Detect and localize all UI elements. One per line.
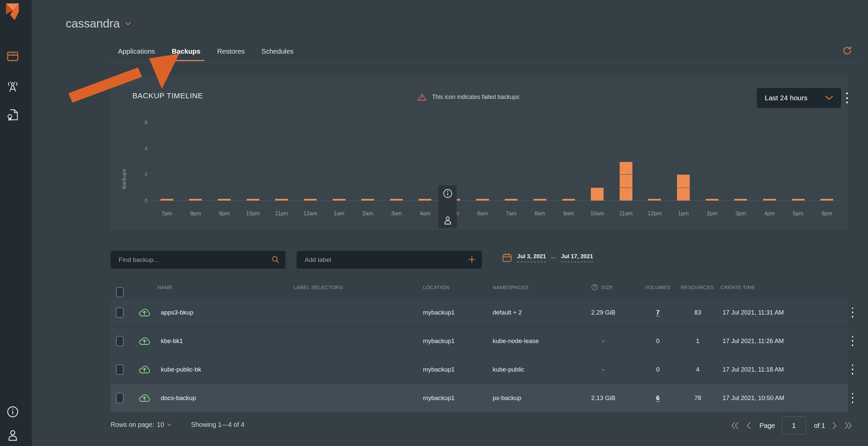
tab-backups[interactable]: Backups: [168, 44, 205, 61]
backup-success-cloud-icon: [137, 307, 152, 318]
col-header-volumes[interactable]: VOLUMES: [645, 285, 670, 290]
x-tick-label: 3pm: [726, 210, 755, 217]
backup-size: 2.13 GiB: [583, 394, 623, 402]
next-page-icon[interactable]: [832, 422, 837, 429]
refresh-icon[interactable]: [842, 45, 852, 56]
user-icon[interactable]: [443, 215, 453, 225]
backup-location: mybackup1: [423, 309, 455, 316]
gridline: [153, 149, 841, 149]
row-checkbox[interactable]: [116, 364, 124, 375]
col-header-resources[interactable]: RESOURCES: [681, 285, 714, 290]
tab-applications[interactable]: Applications: [114, 44, 159, 61]
info-icon[interactable]: [6, 405, 20, 418]
info-icon[interactable]: [442, 188, 453, 199]
row-menu-kebab-icon[interactable]: [850, 363, 855, 376]
failed-backups-note: This icon indicates failed backups: [417, 93, 520, 101]
x-tick-label: 2pm: [698, 210, 726, 217]
gridline: [153, 201, 841, 201]
portworx-logo-icon[interactable]: [5, 3, 20, 22]
backup-create-time: 17 Jul 2021, 11:31 AM: [722, 309, 784, 316]
row-menu-kebab-icon[interactable]: [850, 306, 855, 319]
tab-restores[interactable]: Restores: [213, 44, 249, 61]
x-tick-label: 8pm: [181, 210, 210, 217]
x-tick-label: 7pm: [153, 210, 181, 217]
chevron-down-icon: [125, 22, 131, 26]
prev-page-icon[interactable]: [746, 422, 751, 429]
backup-volumes[interactable]: 0: [645, 337, 671, 345]
first-page-icon[interactable]: [731, 422, 739, 429]
add-label-field: [297, 251, 482, 269]
x-tick-label: 1pm: [669, 210, 698, 217]
select-all-checkbox[interactable]: [116, 287, 124, 297]
backup-namespaces: default + 2: [493, 309, 522, 316]
last-page-icon[interactable]: [844, 422, 852, 429]
col-header-name[interactable]: NAME: [157, 285, 173, 290]
table-header: NAME LABEL SELECTORS LOCATION NAMESPACES…: [111, 278, 848, 298]
row-menu-kebab-icon[interactable]: [850, 392, 855, 404]
panel-menu-kebab-icon[interactable]: [844, 91, 849, 105]
backup-volumes[interactable]: 6: [645, 394, 671, 402]
backup-create-time: 17 Jul 2021, 10:50 AM: [722, 394, 784, 402]
backup-name[interactable]: apps3-bkup: [161, 309, 193, 316]
tab-divider: [111, 62, 857, 62]
x-tick-label: 9am: [554, 210, 583, 217]
backup-volumes[interactable]: 7: [645, 309, 671, 316]
col-header-create-time[interactable]: CREATE TIME: [720, 285, 755, 290]
bar-11am: [620, 161, 632, 201]
col-header-label-selectors[interactable]: LABEL SELECTORS: [293, 285, 343, 290]
y-tick-label: 4: [129, 146, 148, 151]
date-separator: —: [551, 254, 556, 261]
search-backup-field: [111, 251, 285, 269]
row-checkbox[interactable]: [116, 393, 124, 403]
chevron-down-icon: [167, 423, 172, 426]
backup-size: 2.29 GiB: [583, 309, 623, 316]
backup-resources: 78: [684, 394, 711, 402]
apps-window-icon[interactable]: [6, 50, 20, 63]
x-tick-label: 11pm: [268, 210, 296, 217]
col-header-namespaces[interactable]: NAMESPACES: [493, 285, 528, 290]
timeline-xlabels: 7pm8pm9pm10pm11pm12am1am2am3am4am5am6am7…: [153, 210, 841, 217]
row-checkbox[interactable]: [116, 336, 124, 346]
page-of-label: of 1: [814, 422, 825, 429]
floating-widget: [438, 185, 457, 228]
col-header-location[interactable]: LOCATION: [423, 285, 450, 290]
x-tick-label: 7am: [497, 210, 526, 217]
x-tick-label: 1am: [325, 210, 353, 217]
col-header-size[interactable]: SIZE: [601, 285, 613, 290]
backup-namespaces: kube-public: [493, 366, 525, 373]
help-circle-icon[interactable]: [591, 284, 598, 291]
gridline: [153, 174, 841, 175]
search-input[interactable]: [111, 251, 285, 269]
page-number-input[interactable]: [782, 416, 806, 435]
gridline: [153, 136, 841, 136]
time-range-value: Last 24 hours: [765, 94, 807, 102]
broadcast-antenna-icon[interactable]: [6, 80, 20, 93]
backup-volumes[interactable]: 0: [645, 366, 671, 373]
row-checkbox[interactable]: [116, 307, 124, 318]
calendar-icon[interactable]: [502, 252, 513, 263]
tab-schedules[interactable]: Schedules: [257, 44, 298, 61]
plus-icon[interactable]: [468, 256, 476, 264]
x-tick-label: 6am: [468, 210, 497, 217]
user-icon[interactable]: [6, 428, 20, 442]
backup-success-cloud-icon: [137, 392, 152, 404]
backup-name[interactable]: docs-backup: [161, 394, 196, 402]
search-icon[interactable]: [272, 256, 279, 264]
certificate-document-icon[interactable]: [6, 108, 20, 121]
x-tick-label: 9pm: [210, 210, 239, 217]
backup-name[interactable]: kbe-bk1: [161, 337, 183, 345]
x-tick-label: 8am: [526, 210, 554, 217]
time-range-dropdown[interactable]: Last 24 hours: [757, 88, 841, 108]
backups-table: NAME LABEL SELECTORS LOCATION NAMESPACES…: [111, 278, 848, 412]
cluster-selector[interactable]: cassandra: [66, 17, 131, 30]
date-to-field[interactable]: Jul 17, 2021: [561, 253, 593, 262]
gridline: [153, 187, 841, 188]
bar-10am: [591, 187, 603, 201]
backup-resources: 83: [684, 309, 711, 316]
date-from-field[interactable]: Jul 3, 2021: [517, 253, 546, 262]
rows-per-page-dropdown[interactable]: Rows on page: 10: [111, 421, 172, 428]
x-tick-label: 6pm: [812, 210, 841, 217]
backup-name[interactable]: kube-public-bk: [161, 366, 201, 373]
row-menu-kebab-icon[interactable]: [850, 335, 855, 347]
label-input[interactable]: [297, 251, 482, 269]
